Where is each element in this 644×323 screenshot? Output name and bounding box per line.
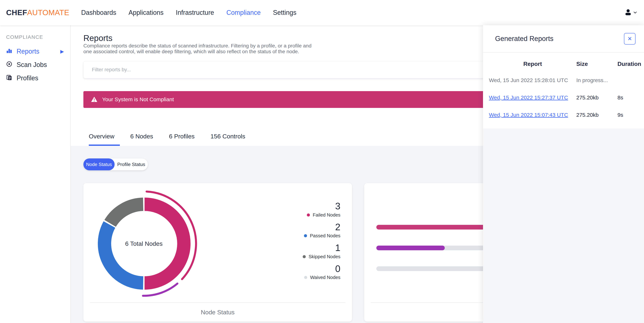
- profile-status-toggle[interactable]: Profile Status: [114, 158, 148, 170]
- passed-count: 2: [286, 222, 340, 232]
- sidebar-section-label: COMPLIANCE: [6, 34, 70, 40]
- node-status-card: 6 Total Nodes 3 Failed Nodes 2 Passed No…: [84, 183, 352, 322]
- tab-nodes[interactable]: 6 Nodes: [130, 133, 159, 146]
- report-size: 275.20kb: [576, 94, 618, 101]
- legend-skipped: 1 Skipped Nodes: [286, 243, 340, 260]
- legend-label: Waived Nodes: [310, 275, 340, 280]
- donut-center-label: 6 Total Nodes: [108, 240, 180, 247]
- passed-dot-icon: [304, 234, 307, 237]
- report-duration: 8s: [618, 94, 642, 101]
- legend-failed: 3 Failed Nodes: [286, 201, 340, 218]
- node-status-card-footer: Node Status: [90, 302, 346, 322]
- waived-count: 0: [286, 264, 340, 274]
- node-status-toggle[interactable]: Node Status: [84, 158, 114, 170]
- skipped-dot-icon: [303, 255, 306, 258]
- column-report: Report: [489, 61, 576, 67]
- sidebar-item-label: Profiles: [16, 74, 38, 82]
- nav-item-dashboards[interactable]: Dashboards: [81, 9, 116, 16]
- top-nav: CHEFAUTOMATE Dashboards Applications Inf…: [0, 0, 644, 25]
- bar-chart-icon: [6, 48, 12, 56]
- chevron-down-icon: [634, 11, 637, 14]
- donut-skipped-segment: [110, 204, 143, 224]
- compliance-sidebar: COMPLIANCE Reports ▶ Scan Jobs Profiles: [0, 25, 71, 323]
- page-description: Compliance reports describe the status o…: [84, 43, 318, 55]
- table-row: Wed, 15 Jun 2022 15:07:43 UTC 275.20kb 9…: [489, 106, 642, 124]
- report-link[interactable]: Wed, 15 Jun 2022 15:07:43 UTC: [489, 112, 568, 118]
- legend-label: Passed Nodes: [310, 233, 340, 238]
- table-header-row: Report Size Duration: [489, 56, 642, 72]
- generated-reports-content: Generated Reports ✕ Report Size Duration…: [483, 25, 644, 128]
- skipped-count: 1: [286, 243, 340, 253]
- report-duration: 9s: [618, 112, 642, 118]
- scan-icon: [6, 61, 12, 69]
- sidebar-item-scan-jobs[interactable]: Scan Jobs: [0, 58, 70, 72]
- warning-icon: [91, 96, 98, 102]
- failed-dot-icon: [307, 214, 310, 216]
- sidebar-item-label: Scan Jobs: [16, 61, 47, 68]
- waived-dot-icon: [304, 276, 307, 279]
- legend-label: Skipped Nodes: [309, 254, 340, 260]
- nav-item-infrastructure[interactable]: Infrastructure: [176, 9, 214, 16]
- tab-profiles[interactable]: 6 Profiles: [169, 133, 200, 146]
- tab-controls[interactable]: 156 Controls: [210, 133, 251, 146]
- sidebar-item-reports[interactable]: Reports ▶: [0, 45, 70, 58]
- alert-text: Your System is Not Compliant: [102, 96, 174, 102]
- failed-count: 3: [286, 201, 340, 211]
- nav-item-applications[interactable]: Applications: [128, 9, 164, 16]
- panel-title: Generated Reports: [495, 35, 554, 42]
- report-date: Wed, 15 Jun 2022 15:28:01 UTC: [489, 77, 576, 83]
- logo-automate: AUTOMATE: [27, 8, 69, 17]
- profiles-icon: [6, 74, 12, 82]
- chevron-right-icon: ▶: [60, 49, 64, 54]
- chef-automate-logo[interactable]: CHEFAUTOMATE: [6, 8, 69, 17]
- nav-item-compliance[interactable]: Compliance: [226, 9, 261, 16]
- logo-chef: CHEF: [6, 8, 27, 17]
- report-link[interactable]: Wed, 15 Jun 2022 15:27:37 UTC: [489, 94, 568, 100]
- generated-reports-panel: Generated Reports ✕ Report Size Duration…: [483, 25, 644, 323]
- node-status-legend: 3 Failed Nodes 2 Passed Nodes 1 Skipped …: [286, 201, 340, 284]
- status-toggle: Node Status Profile Status: [84, 158, 148, 170]
- chef-automate-app: CHEFAUTOMATE Dashboards Applications Inf…: [0, 0, 644, 323]
- legend-label: Failed Nodes: [313, 212, 340, 218]
- report-size: In progress...: [576, 77, 618, 83]
- user-icon: [624, 9, 632, 16]
- report-tabs: Overview 6 Nodes 6 Profiles 156 Controls: [89, 133, 261, 146]
- sidebar-item-label: Reports: [16, 48, 39, 55]
- generated-reports-header: Generated Reports ✕: [483, 25, 644, 52]
- primary-nav: Dashboards Applications Infrastructure C…: [81, 9, 296, 16]
- sidebar-item-profiles[interactable]: Profiles: [0, 72, 70, 85]
- column-duration: Duration: [618, 61, 642, 67]
- table-row: Wed, 15 Jun 2022 15:28:01 UTC In progres…: [489, 72, 642, 89]
- table-row: Wed, 15 Jun 2022 15:27:37 UTC 275.20kb 8…: [489, 89, 642, 106]
- tab-overview[interactable]: Overview: [89, 133, 120, 146]
- column-size: Size: [576, 61, 618, 67]
- nav-item-settings[interactable]: Settings: [273, 9, 296, 16]
- legend-passed: 2 Passed Nodes: [286, 222, 340, 239]
- close-icon[interactable]: ✕: [624, 33, 636, 44]
- donut-passed-segment: [104, 224, 143, 283]
- legend-waived: 0 Waived Nodes: [286, 264, 340, 280]
- report-size: 275.20kb: [576, 112, 618, 118]
- generated-reports-table: Report Size Duration Wed, 15 Jun 2022 15…: [483, 52, 644, 124]
- user-menu[interactable]: [624, 9, 637, 16]
